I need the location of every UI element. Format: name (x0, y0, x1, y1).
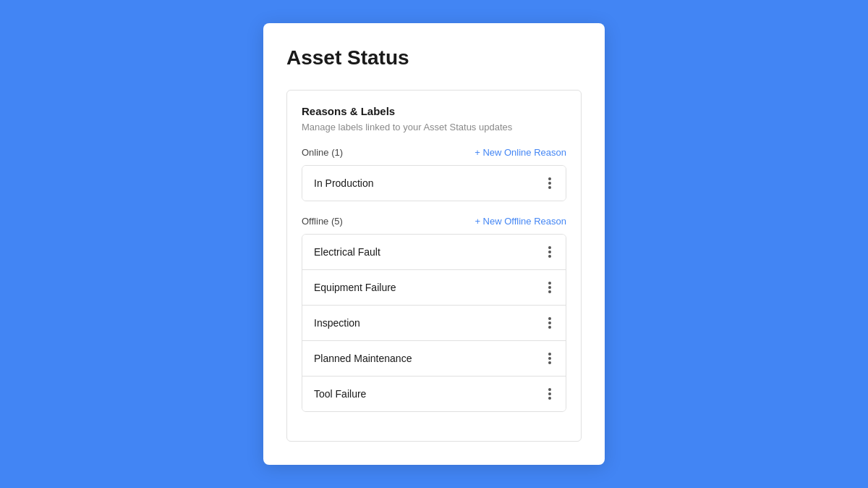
online-group-label: Online (1) (302, 147, 343, 158)
dot-icon (548, 186, 551, 189)
offline-items-list: Electrical Fault Equipment Failure Inspe… (302, 234, 566, 412)
dot-icon (548, 326, 551, 329)
new-offline-reason-button[interactable]: + New Offline Reason (475, 216, 566, 227)
dot-icon (548, 282, 551, 285)
online-items-list: In Production (302, 165, 566, 201)
offline-item-equipment-failure: Equipment Failure (314, 282, 396, 293)
page-title: Asset Status (286, 46, 582, 70)
more-options-button-tool-failure[interactable] (545, 387, 554, 401)
offline-group-label: Offline (5) (302, 216, 343, 227)
dot-icon (548, 361, 551, 364)
section-description: Manage labels linked to your Asset Statu… (302, 122, 566, 132)
offline-item-planned-maintenance: Planned Maintenance (314, 353, 412, 364)
dot-icon (548, 392, 551, 395)
list-item: Planned Maintenance (302, 341, 566, 376)
dot-icon (548, 317, 551, 320)
offline-item-inspection: Inspection (314, 317, 360, 329)
offline-item-tool-failure: Tool Failure (314, 388, 366, 400)
dot-icon (548, 357, 551, 360)
list-item: Inspection (302, 306, 566, 341)
dot-icon (548, 177, 551, 180)
dot-icon (548, 286, 551, 289)
list-item: In Production (302, 166, 566, 201)
dot-icon (548, 321, 551, 324)
more-options-button-equipment-failure[interactable] (545, 280, 554, 295)
dot-icon (548, 251, 551, 253)
online-group-header: Online (1) + New Online Reason (302, 147, 566, 158)
offline-group-header: Offline (5) + New Offline Reason (302, 216, 566, 227)
more-options-button-inspection[interactable] (545, 316, 554, 330)
list-item: Tool Failure (302, 376, 566, 411)
dot-icon (548, 182, 551, 185)
offline-item-electrical-fault: Electrical Fault (314, 246, 380, 258)
more-options-button-electrical-fault[interactable] (545, 245, 554, 259)
dot-icon (548, 255, 551, 258)
dot-icon (548, 290, 551, 293)
dot-icon (548, 246, 551, 249)
asset-status-card: Asset Status Reasons & Labels Manage lab… (263, 23, 605, 465)
dot-icon (548, 353, 551, 356)
list-item: Electrical Fault (302, 235, 566, 270)
reasons-labels-section: Reasons & Labels Manage labels linked to… (286, 90, 582, 442)
dot-icon (548, 397, 551, 400)
section-title: Reasons & Labels (302, 105, 566, 117)
new-online-reason-button[interactable]: + New Online Reason (475, 147, 566, 158)
dot-icon (548, 388, 551, 391)
more-options-button-planned-maintenance[interactable] (545, 351, 554, 366)
list-item: Equipment Failure (302, 270, 566, 306)
more-options-button-in-production[interactable] (545, 176, 554, 190)
online-item-in-production: In Production (314, 177, 374, 189)
